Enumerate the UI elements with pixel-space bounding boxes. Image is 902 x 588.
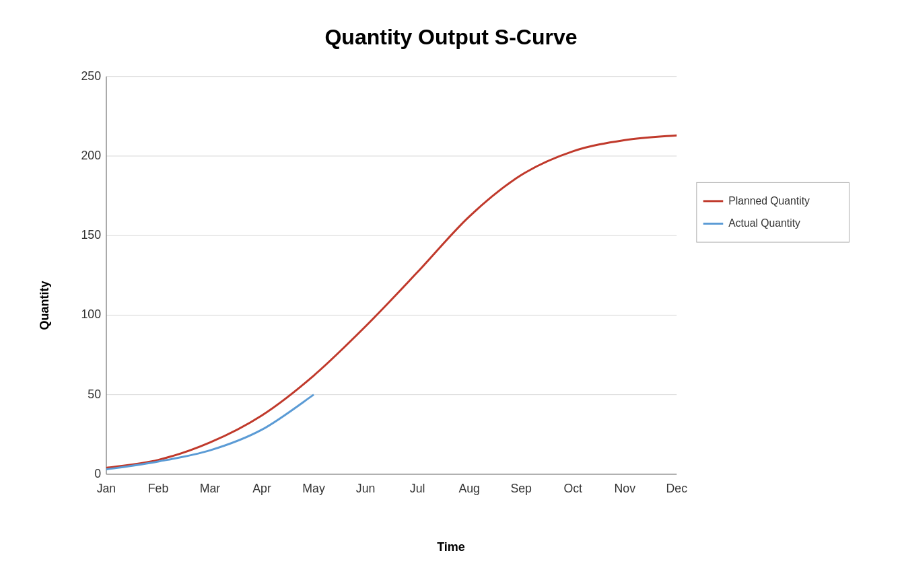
svg-text:100: 100 bbox=[81, 307, 101, 321]
svg-text:150: 150 bbox=[81, 228, 101, 242]
svg-text:Dec: Dec bbox=[666, 482, 688, 495]
chart-title: Quantity Output S-Curve bbox=[13, 11, 889, 50]
svg-rect-26 bbox=[697, 182, 849, 242]
svg-text:Nov: Nov bbox=[615, 482, 636, 495]
chart-container: Quantity Output S-Curve Quantity Time 05… bbox=[13, 11, 889, 577]
svg-text:May: May bbox=[302, 482, 325, 495]
x-axis-label: Time bbox=[437, 540, 465, 554]
svg-text:Oct: Oct bbox=[563, 482, 582, 495]
svg-text:50: 50 bbox=[88, 388, 101, 401]
chart-svg: 050100150200250JanFebMarAprMayJunJulAugS… bbox=[54, 63, 875, 514]
svg-text:0: 0 bbox=[94, 467, 101, 480]
svg-text:200: 200 bbox=[81, 149, 101, 162]
y-axis-label: Quantity bbox=[38, 281, 52, 330]
chart-area: Quantity Time 050100150200250JanFebMarAp… bbox=[13, 57, 889, 554]
svg-text:Actual Quantity: Actual Quantity bbox=[728, 217, 800, 229]
svg-text:Jan: Jan bbox=[97, 482, 116, 495]
svg-text:Jun: Jun bbox=[356, 482, 376, 495]
svg-text:Aug: Aug bbox=[458, 482, 480, 495]
svg-text:Sep: Sep bbox=[510, 482, 532, 495]
svg-text:Feb: Feb bbox=[148, 482, 169, 495]
svg-text:Mar: Mar bbox=[200, 482, 221, 495]
svg-text:Apr: Apr bbox=[252, 482, 271, 495]
svg-text:Jul: Jul bbox=[410, 482, 425, 495]
svg-text:Planned Quantity: Planned Quantity bbox=[728, 195, 810, 207]
svg-text:250: 250 bbox=[81, 69, 101, 83]
